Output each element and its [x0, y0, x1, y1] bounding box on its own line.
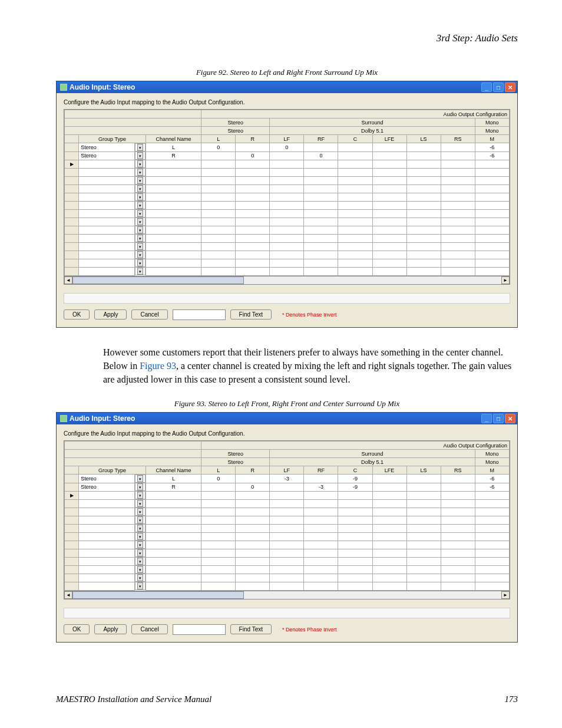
cancel-button[interactable]: Cancel — [131, 624, 167, 634]
cell-value[interactable] — [304, 143, 338, 152]
dropdown-icon[interactable]: ▾ — [137, 574, 143, 581]
cell-value[interactable]: 0 — [236, 151, 270, 160]
scroll-thumb[interactable] — [72, 276, 244, 284]
dropdown-icon[interactable]: ▾ — [137, 210, 143, 217]
dropdown-icon[interactable]: ▾ — [137, 492, 143, 499]
cell-value[interactable] — [201, 151, 236, 160]
dropdown-icon[interactable]: ▾ — [137, 144, 143, 151]
minimize-button[interactable]: _ — [481, 414, 492, 423]
dropdown-icon[interactable]: ▾ — [137, 582, 143, 589]
maximize-button[interactable]: □ — [493, 83, 504, 92]
cell-value[interactable]: -6 — [475, 475, 509, 483]
cell-value[interactable] — [338, 143, 372, 152]
table-row[interactable]: Stereo▾R0-3-9-6 — [65, 483, 510, 491]
dropdown-icon[interactable]: ▾ — [137, 475, 143, 482]
mapping-grid[interactable]: Audio Output Configuration Stereo Surrou… — [64, 109, 510, 285]
table-row-empty[interactable]: ▾ — [65, 201, 510, 209]
cell-value[interactable] — [406, 143, 441, 152]
cell-value[interactable]: 0 — [201, 475, 236, 483]
table-row-empty[interactable]: ▾ — [65, 549, 510, 557]
table-row-empty[interactable]: ▾ — [65, 251, 510, 259]
dropdown-icon[interactable]: ▾ — [137, 243, 143, 250]
cell-value[interactable]: 0 — [236, 483, 270, 491]
table-row-empty[interactable]: ▾ — [65, 574, 510, 582]
cell-value[interactable] — [338, 151, 372, 160]
find-text-input[interactable] — [173, 309, 226, 320]
table-row-empty[interactable]: ▾ — [65, 218, 510, 226]
table-row-empty[interactable]: ▾ — [65, 267, 510, 275]
dropdown-icon[interactable]: ▾ — [137, 169, 143, 176]
dropdown-icon[interactable]: ▾ — [137, 558, 143, 565]
dropdown-icon[interactable]: ▾ — [137, 152, 143, 159]
table-row-empty[interactable]: ▾ — [65, 176, 510, 185]
minimize-button[interactable]: _ — [481, 83, 492, 92]
table-row[interactable]: Stereo▾R00-6 — [65, 151, 510, 160]
window-titlebar[interactable]: Audio Input: Stereo _ □ ✕ — [57, 413, 517, 424]
table-row-empty[interactable]: ▾ — [65, 508, 510, 516]
table-row-empty[interactable]: ▾ — [65, 209, 510, 218]
table-row-empty[interactable]: ▾ — [65, 582, 510, 590]
cell-value[interactable]: -6 — [475, 151, 509, 160]
dropdown-icon[interactable]: ▾ — [137, 500, 143, 507]
cell-value[interactable] — [270, 483, 304, 491]
cell-group-type[interactable]: Stereo — [79, 483, 134, 491]
cell-value[interactable]: -6 — [475, 483, 509, 491]
ok-button[interactable]: OK — [64, 309, 90, 319]
dropdown-icon[interactable]: ▾ — [137, 235, 143, 242]
maximize-button[interactable]: □ — [493, 414, 504, 423]
figure-93-link[interactable]: Figure 93 — [140, 361, 176, 371]
cell-value[interactable]: 0 — [304, 151, 338, 160]
cell-value[interactable] — [236, 143, 270, 152]
close-button[interactable]: ✕ — [505, 83, 515, 92]
apply-button[interactable]: Apply — [94, 624, 127, 634]
cell-value[interactable] — [372, 143, 406, 152]
cell-value[interactable] — [441, 151, 475, 160]
dropdown-icon[interactable]: ▾ — [137, 160, 143, 167]
cell-channel-name[interactable]: L — [146, 475, 201, 483]
apply-button[interactable]: Apply — [94, 309, 127, 319]
mapping-grid[interactable]: Audio Output Configuration Stereo Surrou… — [64, 440, 510, 599]
dropdown-icon[interactable]: ▾ — [137, 259, 143, 266]
cell-value[interactable] — [372, 475, 406, 483]
cell-value[interactable] — [441, 143, 475, 152]
dropdown-icon[interactable]: ▾ — [137, 193, 143, 200]
cell-channel-name[interactable]: R — [146, 151, 201, 160]
cell-value[interactable]: -9 — [338, 475, 372, 483]
cell-group-type[interactable]: Stereo — [79, 143, 134, 152]
cell-value[interactable]: 0 — [201, 143, 236, 152]
cell-value[interactable]: 0 — [270, 143, 304, 152]
table-row[interactable]: Stereo▾L00-6 — [65, 143, 510, 152]
cell-value[interactable] — [406, 475, 441, 483]
scroll-left-button[interactable]: ◄ — [64, 591, 72, 599]
cell-value[interactable]: -3 — [270, 475, 304, 483]
dropdown-icon[interactable]: ▾ — [137, 202, 143, 209]
scroll-thumb[interactable] — [72, 591, 244, 599]
cell-value[interactable]: -6 — [475, 143, 509, 152]
cell-channel-name[interactable]: L — [146, 143, 201, 152]
cell-value[interactable] — [372, 483, 406, 491]
cell-value[interactable] — [406, 483, 441, 491]
dropdown-icon[interactable]: ▾ — [137, 268, 143, 275]
table-row-empty[interactable]: ▾ — [65, 565, 510, 574]
table-row-empty[interactable]: ▾ — [65, 499, 510, 508]
table-row-empty[interactable]: ▾ — [65, 168, 510, 176]
window-titlebar[interactable]: Audio Input: Stereo _ □ ✕ — [57, 81, 517, 93]
table-row-empty[interactable]: ▾ — [65, 234, 510, 242]
table-row-empty[interactable]: ▾ — [65, 226, 510, 234]
table-row-empty[interactable]: ▾ — [65, 185, 510, 193]
cell-value[interactable] — [201, 483, 236, 491]
table-row-empty[interactable]: ▾ — [65, 516, 510, 524]
dropdown-icon[interactable]: ▾ — [137, 218, 143, 225]
dropdown-icon[interactable]: ▾ — [137, 516, 143, 523]
table-row-empty[interactable]: ▾ — [65, 524, 510, 532]
table-row-empty[interactable]: ▾ — [65, 541, 510, 549]
table-row-empty[interactable]: ▾ — [65, 242, 510, 251]
cell-value[interactable]: -3 — [304, 483, 338, 491]
dropdown-icon[interactable]: ▾ — [137, 525, 143, 532]
dropdown-icon[interactable]: ▾ — [137, 549, 143, 556]
table-row-empty[interactable]: ▾ — [65, 532, 510, 541]
dropdown-icon[interactable]: ▾ — [137, 483, 143, 490]
dropdown-icon[interactable]: ▾ — [137, 508, 143, 515]
dropdown-icon[interactable]: ▾ — [137, 177, 143, 184]
table-row-empty[interactable]: ▾ — [65, 160, 510, 168]
